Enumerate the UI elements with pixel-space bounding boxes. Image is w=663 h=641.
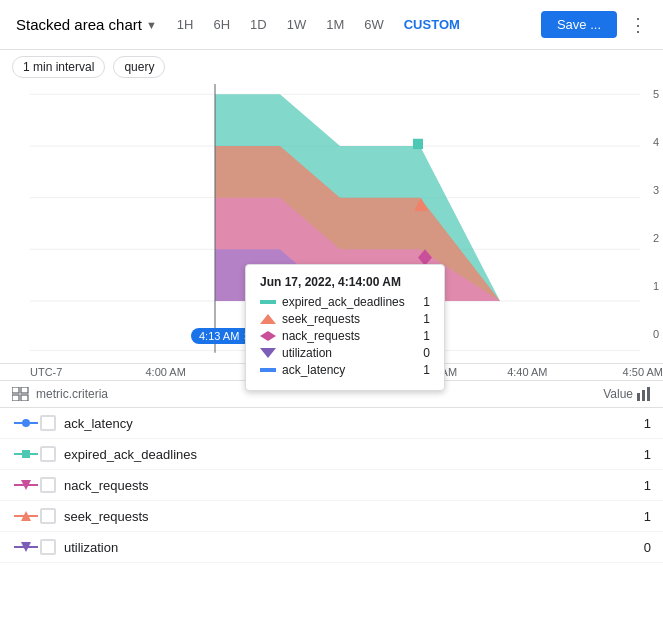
expired-icon [260,297,276,307]
svg-rect-26 [22,450,30,458]
nack-checkbox[interactable] [40,477,56,493]
bar-chart-icon [637,387,651,401]
time-button-1w[interactable]: 1W [279,13,315,36]
time-button-6w[interactable]: 6W [356,13,392,36]
seek-icon [260,314,276,324]
chart-title-button[interactable]: Stacked area chart ▼ [8,12,165,37]
ack-latency-checkbox[interactable] [40,415,56,431]
x-label-440: 4:40 AM [482,366,572,378]
expired-value: 1 [631,447,651,462]
svg-rect-19 [21,395,28,401]
time-button-1d[interactable]: 1D [242,13,275,36]
svg-rect-16 [12,387,19,393]
ack-icon [260,365,276,375]
svg-rect-20 [637,393,640,401]
nack-series-icon [12,478,40,492]
svg-marker-12 [260,314,276,324]
x-label-utc: UTC-7 [30,366,120,378]
svg-rect-11 [260,300,276,304]
svg-rect-18 [12,395,19,401]
save-button[interactable]: Save ... [541,11,617,38]
ack-latency-value: 1 [631,416,651,431]
x-label-450: 4:50 AM [573,366,663,378]
chart-title: Stacked area chart [16,16,142,33]
time-button-6h[interactable]: 6H [205,13,238,36]
svg-marker-13 [260,331,276,341]
tooltip-title: Jun 17, 2022, 4:14:00 AM [260,275,430,289]
legend-row-expired[interactable]: expired_ack_deadlines 1 [0,439,663,470]
svg-rect-15 [260,368,276,372]
tooltip-value-expired: 1 [423,295,430,309]
value-col-header: Value [603,387,651,401]
tooltip-label-util: utilization [282,346,417,360]
header: Stacked area chart ▼ 1H 6H 1D 1W 1M 6W C… [0,0,663,50]
tooltip-row-seek: seek_requests 1 [260,312,430,326]
util-icon [260,348,276,358]
seek-value: 1 [631,509,651,524]
grid-icon [12,387,30,401]
tag-row: 1 min interval query [0,50,663,84]
tooltip-value-nack: 1 [423,329,430,343]
tooltip-row-ack: ack_latency 1 [260,363,430,377]
time-button-1m[interactable]: 1M [318,13,352,36]
value-header-label: Value [603,387,633,401]
svg-rect-17 [21,387,28,393]
legend-row-util[interactable]: utilization 0 [0,532,663,563]
svg-rect-21 [642,390,645,401]
tooltip-value-seek: 1 [423,312,430,326]
tooltip-label-expired: expired_ack_deadlines [282,295,417,309]
tooltip-label-seek: seek_requests [282,312,417,326]
expired-series-icon [12,447,40,461]
chart-area[interactable]: 5 4 3 2 1 0 4:13 AM ✕ Jun 17, 2022, 4:14… [0,84,663,364]
tooltip-row-nack: nack_requests 1 [260,329,430,343]
expired-name: expired_ack_deadlines [64,447,631,462]
chart-tooltip: Jun 17, 2022, 4:14:00 AM expired_ack_dea… [245,264,445,391]
nack-icon [260,331,276,341]
tooltip-label-ack: ack_latency [282,363,417,377]
tooltip-row-util: utilization 0 [260,346,430,360]
tooltip-value-ack: 1 [423,363,430,377]
seek-checkbox[interactable] [40,508,56,524]
seek-name: seek_requests [64,509,631,524]
query-tag[interactable]: query [113,56,165,78]
util-series-icon [12,540,40,554]
seek-series-icon [12,509,40,523]
util-name: utilization [64,540,631,555]
interval-tag[interactable]: 1 min interval [12,56,105,78]
svg-marker-14 [260,348,276,358]
nack-name: nack_requests [64,478,631,493]
util-checkbox[interactable] [40,539,56,555]
chevron-down-icon: ▼ [146,19,157,31]
svg-rect-22 [647,387,650,401]
legend-table: metric.criteria Value ack_latency 1 [0,380,663,563]
more-options-button[interactable]: ⋮ [621,10,655,40]
tooltip-value-util: 0 [423,346,430,360]
legend-row-ack-latency[interactable]: ack_latency 1 [0,408,663,439]
nack-value: 1 [631,478,651,493]
metric-header-label: metric.criteria [36,387,108,401]
time-button-1h[interactable]: 1H [169,13,202,36]
ack-latency-name: ack_latency [64,416,631,431]
tooltip-label-nack: nack_requests [282,329,417,343]
crosshair-time: 4:13 AM [199,330,239,342]
ack-latency-series-icon [12,416,40,430]
x-label-400: 4:00 AM [120,366,210,378]
legend-row-nack[interactable]: nack_requests 1 [0,470,663,501]
expired-checkbox[interactable] [40,446,56,462]
tooltip-row-expired: expired_ack_deadlines 1 [260,295,430,309]
time-button-custom[interactable]: CUSTOM [396,13,468,36]
svg-rect-7 [413,139,423,149]
legend-row-seek[interactable]: seek_requests 1 [0,501,663,532]
svg-point-24 [22,419,30,427]
util-value: 0 [631,540,651,555]
